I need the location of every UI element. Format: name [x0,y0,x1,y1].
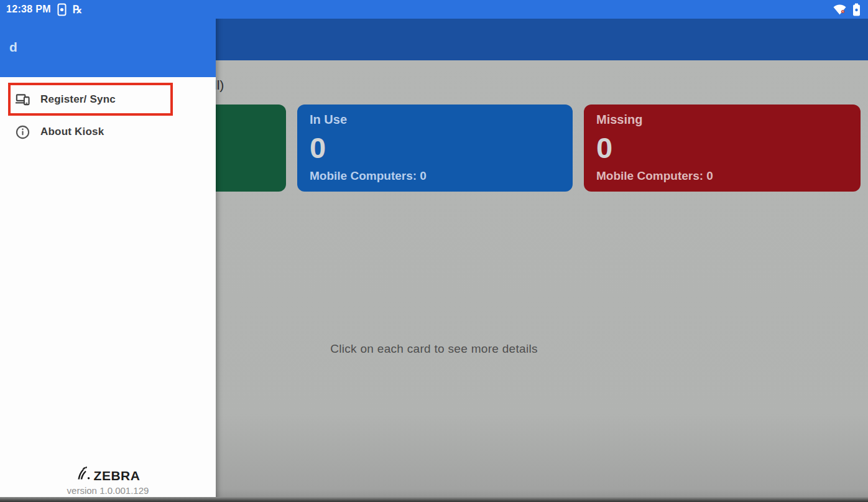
zebra-brand-text: ZEBRA [94,468,141,483]
navigation-drawer: d Register/ Sync [0,0,216,502]
card-count: 0 [596,134,848,162]
menu-item-about-kiosk[interactable]: About Kiosk [0,116,216,148]
zebra-head-icon [76,466,91,483]
rx-logger-icon: ℞ [73,4,82,15]
card-subtitle: Mobile Computers: 0 [310,169,560,183]
info-icon [15,125,30,139]
card-title: In Use [310,113,560,127]
kiosk-screen: 12:38 PM ℞ [0,0,868,502]
wifi-icon [833,4,846,15]
drawer-user-initial: d [9,40,17,55]
menu-item-label: About Kiosk [40,126,104,138]
version-text: version 1.0.001.129 [67,485,149,496]
status-bar-left: 12:38 PM ℞ [6,3,82,16]
device-status-icon [57,3,67,16]
zebra-logo: ZEBRA [76,466,141,483]
status-bar-right [833,3,861,16]
status-bar: 12:38 PM ℞ [0,0,868,19]
card-subtitle: Mobile Computers: 0 [596,169,848,183]
battery-icon [852,3,861,16]
menu-item-register-sync[interactable]: Register/ Sync [0,83,216,116]
card-title: Missing [596,113,848,127]
card-in-use[interactable]: In Use 0 Mobile Computers: 0 [297,105,573,192]
card-count: 0 [310,134,560,162]
devices-icon [15,93,30,106]
drawer-footer: ZEBRA version 1.0.001.129 [0,466,216,496]
card-missing[interactable]: Missing 0 Mobile Computers: 0 [584,105,861,192]
drawer-menu: Register/ Sync About Kiosk [0,77,216,148]
bottom-edge-strip [0,497,868,502]
status-time: 12:38 PM [6,4,51,15]
menu-item-label: Register/ Sync [40,93,116,106]
